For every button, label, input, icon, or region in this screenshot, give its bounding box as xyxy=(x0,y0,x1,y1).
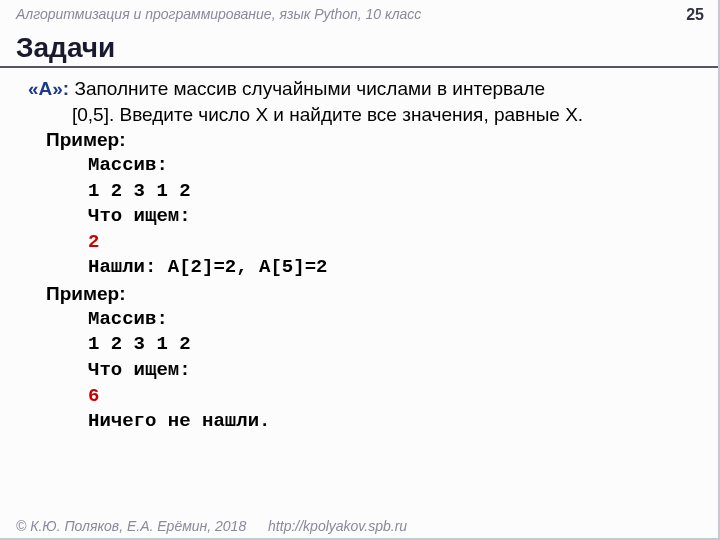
ex2-l3: Что ищем: xyxy=(28,358,692,384)
ex1-l4: 2 xyxy=(28,230,692,256)
content-area: «A»: Заполните массив случайными числами… xyxy=(0,68,720,435)
title-section: Задачи xyxy=(0,32,720,68)
page-number: 25 xyxy=(686,6,704,24)
copyright: © К.Ю. Поляков, Е.А. Ерёмин, 2018 xyxy=(16,518,246,534)
slide-footer: © К.Ю. Поляков, Е.А. Ерёмин, 2018 http:/… xyxy=(16,518,407,534)
slide-title: Задачи xyxy=(16,32,704,66)
course-name: Алгоритмизация и программирование, язык … xyxy=(16,6,421,22)
ex1-l2: 1 2 3 1 2 xyxy=(28,179,692,205)
ex1-l5: Нашли: A[2]=2, A[5]=2 xyxy=(28,255,692,281)
ex2-l4: 6 xyxy=(28,384,692,410)
task-text-2: [0,5]. Введите число X и найдите все зна… xyxy=(28,102,692,128)
footer-url: http://kpolyakov.spb.ru xyxy=(268,518,407,534)
task-text-1: Заполните массив случайными числами в ин… xyxy=(69,78,545,99)
primer-label-1: Пример: xyxy=(28,127,692,153)
ex2-l1: Массив: xyxy=(28,307,692,333)
task-row1: «A»: Заполните массив случайными числами… xyxy=(28,76,692,102)
slide-header: Алгоритмизация и программирование, язык … xyxy=(0,0,720,28)
ex2-l5: Ничего не нашли. xyxy=(28,409,692,435)
ex1-l3: Что ищем: xyxy=(28,204,692,230)
task-label: «A»: xyxy=(28,78,69,99)
ex1-l1: Массив: xyxy=(28,153,692,179)
primer-label-2: Пример: xyxy=(28,281,692,307)
ex2-l2: 1 2 3 1 2 xyxy=(28,332,692,358)
